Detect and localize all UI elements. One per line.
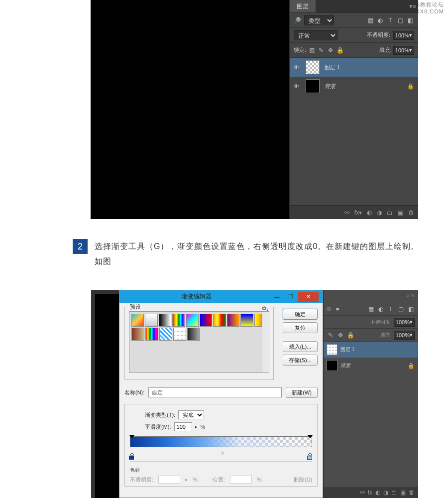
collapse-icon[interactable]: « ✕	[407, 293, 415, 298]
visibility-icon[interactable]: 👁	[294, 83, 301, 89]
preset-swatch[interactable]	[159, 328, 172, 341]
filter-pixel-icon[interactable]: ▦	[366, 17, 374, 24]
opacity-value[interactable]: 100%▾	[394, 318, 415, 327]
layer-name[interactable]: 背景	[340, 362, 350, 369]
fill-value[interactable]: 100% ▾	[393, 46, 414, 55]
close-button[interactable]: ✕	[298, 292, 319, 302]
titlebar[interactable]: 渐变编辑器 — ☐ ✕	[119, 290, 323, 303]
smoothness-input[interactable]	[174, 422, 192, 431]
filter-smart-icon[interactable]: ◧	[407, 306, 415, 313]
filter-search-icon[interactable]: 🔎	[294, 17, 301, 24]
preset-swatch[interactable]	[131, 314, 144, 327]
layer-name[interactable]: 图层 1	[325, 64, 340, 71]
preset-swatch[interactable]	[200, 314, 212, 327]
lock-all-icon[interactable]: 🔒	[346, 332, 354, 339]
preset-swatch[interactable]	[145, 314, 157, 327]
fx-icon[interactable]: fx▾	[354, 209, 362, 216]
lock-paint-icon[interactable]: ✎	[327, 332, 335, 339]
opacity-stop-left[interactable]	[129, 435, 134, 440]
midpoint-icon[interactable]: ◇	[221, 451, 224, 455]
new-layer-icon[interactable]: ▣	[400, 489, 406, 496]
smoothness-stepper-icon[interactable]: ▸	[195, 424, 198, 429]
preset-swatch[interactable]	[172, 314, 185, 327]
gradient-type-select[interactable]: 实底	[178, 410, 204, 419]
lock-position-icon[interactable]: ✥	[336, 332, 344, 339]
color-stop-right[interactable]	[307, 453, 313, 460]
stop-position-input[interactable]	[230, 476, 252, 484]
blend-mode-select[interactable]: 正常	[294, 30, 337, 40]
lock-all-icon[interactable]: 🔒	[336, 47, 344, 54]
lock-transparency-icon[interactable]: ▨	[308, 47, 316, 54]
step-number-badge: 2	[73, 239, 88, 254]
canvas-black[interactable]	[95, 294, 119, 498]
panel-menu-icon[interactable]: ▾≡	[407, 0, 418, 12]
filter-smart-icon[interactable]: ◧	[406, 17, 414, 24]
new-layer-icon[interactable]: ▣	[398, 209, 403, 216]
delete-stop-button[interactable]: 删除(D)	[294, 476, 312, 484]
filter-adjust-icon[interactable]: ◐	[377, 306, 385, 313]
canvas-strip	[91, 290, 119, 498]
visibility-icon[interactable]: 👁	[294, 64, 301, 70]
group-icon[interactable]: 🗀	[387, 209, 393, 216]
trash-icon[interactable]: 🗑	[409, 489, 415, 496]
canvas-area[interactable]	[91, 0, 289, 219]
filter-type-select[interactable]: 类型	[304, 15, 334, 25]
gradient-bar[interactable]	[130, 436, 312, 447]
link-icon[interactable]: ⚯	[344, 209, 349, 216]
preset-swatch[interactable]	[240, 314, 253, 327]
preset-swatch[interactable]	[213, 314, 225, 327]
reset-button[interactable]: 复位	[283, 322, 318, 333]
layer-row-1[interactable]: 👁 图层 1	[290, 58, 418, 77]
load-button[interactable]: 载入(L)...	[283, 341, 318, 352]
layer-thumbnail[interactable]	[327, 360, 337, 371]
color-stop-left[interactable]	[129, 453, 135, 460]
name-label: 名称(N):	[124, 389, 144, 396]
preset-swatch[interactable]	[186, 314, 199, 327]
filter-text-icon[interactable]: T	[386, 17, 394, 24]
layer-thumbnail[interactable]	[327, 344, 337, 355]
maximize-button[interactable]: ☐	[284, 292, 298, 302]
layer-row-1[interactable]: 图层 1	[324, 342, 418, 358]
opacity-value[interactable]: 100% ▾	[393, 31, 414, 40]
filter-shape-icon[interactable]: ▢	[397, 306, 405, 313]
layers-list: 👁 图层 1 👁 背景 🔒	[290, 58, 418, 96]
filter-adjust-icon[interactable]: ◐	[376, 17, 384, 24]
preset-grid	[129, 311, 269, 373]
preset-swatch[interactable]	[187, 328, 200, 341]
mask-icon[interactable]: ◐	[375, 489, 380, 496]
layer-thumbnail[interactable]	[306, 79, 320, 93]
opacity-stop-right[interactable]	[308, 435, 313, 440]
filter-pixel-icon[interactable]: ▦	[367, 306, 375, 313]
layers-tab[interactable]: 图层	[290, 0, 316, 12]
preset-swatch[interactable]	[227, 314, 239, 327]
layer-name[interactable]: 图层 1	[340, 346, 354, 353]
layer-thumbnail[interactable]	[306, 60, 320, 74]
layer-row-bg[interactable]: 👁 背景 🔒	[290, 77, 418, 96]
stop-opacity-input[interactable]	[158, 476, 180, 484]
link-icon[interactable]: ⚯	[360, 489, 365, 496]
save-button[interactable]: 存储(S)...	[283, 355, 318, 366]
step-2-instruction: 2 选择渐变工具（G），渐变颜色设置蓝色，右侧透明度改成0。在新建键的图层上绘制…	[73, 239, 421, 269]
filter-text-icon[interactable]: T	[387, 306, 395, 313]
layer-row-bg[interactable]: 背景 🔒	[324, 358, 418, 374]
filter-shape-icon[interactable]: ▢	[396, 17, 404, 24]
fx-icon[interactable]: fx	[368, 489, 372, 496]
preset-swatch[interactable]	[173, 328, 186, 341]
mask-icon[interactable]: ◐	[367, 209, 372, 216]
group-icon[interactable]: 🗀	[391, 489, 397, 496]
new-button[interactable]: 新建(W)	[286, 387, 318, 398]
trash-icon[interactable]: 🗑	[408, 209, 414, 216]
fill-value[interactable]: 100%▾	[394, 331, 415, 340]
preset-swatch[interactable]	[159, 314, 171, 327]
minimize-button[interactable]: —	[270, 292, 284, 302]
name-input[interactable]	[148, 387, 282, 397]
layer-name[interactable]: 背景	[325, 83, 336, 90]
lock-position-icon[interactable]: ✥	[327, 47, 335, 54]
adjustment-icon[interactable]: ◑	[383, 489, 388, 496]
adjustment-icon[interactable]: ◑	[377, 209, 382, 216]
preset-swatch[interactable]	[131, 328, 144, 341]
ok-button[interactable]: 确定	[283, 309, 318, 320]
preset-scrollbar[interactable]	[262, 312, 269, 373]
preset-swatch[interactable]	[145, 328, 158, 341]
lock-paint-icon[interactable]: ✎	[317, 47, 325, 54]
